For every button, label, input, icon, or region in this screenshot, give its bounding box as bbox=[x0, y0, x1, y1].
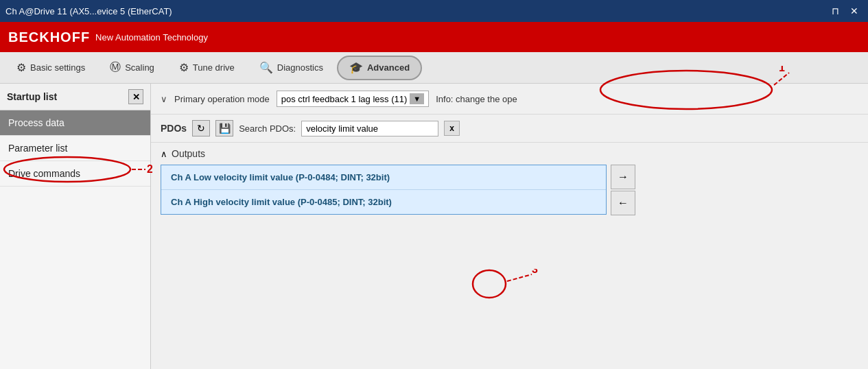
pdos-save-button[interactable]: 💾 bbox=[215, 120, 233, 136]
op-mode-row: ∨ Primary operation mode pos ctrl feedba… bbox=[151, 84, 868, 115]
tab-scaling[interactable]: Ⓜ Scaling bbox=[99, 56, 165, 80]
outputs-label: Outputs bbox=[172, 148, 205, 159]
sidebar-title: Startup list bbox=[7, 91, 57, 102]
pdos-row: PDOs ↻ 💾 Search PDOs: x bbox=[151, 115, 868, 143]
tab-basic-settings-label: Basic settings bbox=[30, 62, 85, 73]
op-mode-toggle[interactable]: ∨ bbox=[161, 94, 167, 104]
pdo-arrow-left-button[interactable]: ← bbox=[611, 191, 635, 215]
brand-logo: BECKHOFF bbox=[8, 29, 90, 45]
op-mode-select-value: pos ctrl feedback 1 lag less (11) bbox=[281, 94, 408, 104]
main-area: Startup list ✕ Process data Parameter li… bbox=[0, 84, 868, 369]
sidebar-item-drive-commands-label: Drive commands bbox=[8, 168, 80, 179]
sidebar-header: Startup list ✕ bbox=[0, 84, 150, 110]
advanced-icon: 🎓 bbox=[349, 61, 363, 74]
outputs-header: ∧ Outputs bbox=[161, 148, 858, 159]
pdo-item-1[interactable]: Ch A Low velocity limit value (P-0-0484;… bbox=[161, 165, 606, 190]
pdo-item-2-label: Ch A High velocity limit value (P-0-0485… bbox=[171, 197, 392, 207]
search-clear-button[interactable]: x bbox=[444, 121, 460, 136]
pin-button[interactable]: ⊓ bbox=[828, 4, 843, 18]
tab-tune-drive[interactable]: ⚙ Tune drive bbox=[168, 56, 246, 80]
outputs-toggle[interactable]: ∧ bbox=[161, 149, 167, 159]
tab-advanced-label: Advanced bbox=[367, 62, 410, 73]
tab-bar: ⚙ Basic settings Ⓜ Scaling ⚙ Tune drive … bbox=[0, 52, 868, 84]
title-bar-text: Ch A@Drive 11 (AX5...evice 5 (EtherCAT) bbox=[5, 6, 828, 16]
pdo-list: Ch A Low velocity limit value (P-0-0484;… bbox=[161, 165, 607, 215]
pdo-items-container: Ch A Low velocity limit value (P-0-0484;… bbox=[161, 165, 858, 215]
pdo-arrow-right-button[interactable]: → bbox=[611, 165, 635, 189]
sidebar-item-drive-commands[interactable]: Drive commands bbox=[0, 161, 150, 187]
tune-icon: ⚙ bbox=[179, 61, 189, 74]
sidebar: Startup list ✕ Process data Parameter li… bbox=[0, 84, 151, 369]
search-pdos-label: Search PDOs: bbox=[239, 123, 296, 134]
tab-diagnostics[interactable]: 🔍 Diagnostics bbox=[248, 56, 334, 80]
op-mode-info: Info: change the ope bbox=[436, 94, 517, 104]
tab-basic-settings[interactable]: ⚙ Basic settings bbox=[5, 56, 96, 80]
gear-icon: ⚙ bbox=[16, 61, 26, 74]
sidebar-item-parameter-list[interactable]: Parameter list bbox=[0, 136, 150, 161]
op-mode-dropdown-button[interactable]: ▼ bbox=[410, 93, 424, 104]
pdos-label: PDOs bbox=[161, 123, 187, 134]
pdos-refresh-button[interactable]: ↻ bbox=[192, 120, 210, 136]
search-pdos-input[interactable] bbox=[301, 121, 438, 136]
sidebar-item-process-data[interactable]: Process data bbox=[0, 110, 150, 136]
sidebar-item-process-data-label: Process data bbox=[8, 117, 64, 128]
tab-advanced[interactable]: 🎓 Advanced bbox=[337, 56, 422, 80]
title-bar: Ch A@Drive 11 (AX5...evice 5 (EtherCAT) … bbox=[0, 0, 868, 22]
scaling-icon: Ⓜ bbox=[110, 60, 121, 75]
tab-scaling-label: Scaling bbox=[125, 62, 154, 73]
pdo-item-1-label: Ch A Low velocity limit value (P-0-0484;… bbox=[171, 172, 390, 182]
close-window-button[interactable]: ✕ bbox=[846, 4, 863, 18]
refresh-icon: ↻ bbox=[197, 123, 205, 134]
brand-tagline: New Automation Technology bbox=[95, 32, 208, 43]
diagnostics-icon: 🔍 bbox=[259, 61, 273, 74]
content-panel: ∨ Primary operation mode pos ctrl feedba… bbox=[151, 84, 868, 369]
sidebar-item-parameter-list-label: Parameter list bbox=[8, 143, 67, 154]
arrow-right-icon: → bbox=[618, 171, 629, 183]
sidebar-close-button[interactable]: ✕ bbox=[128, 89, 143, 104]
brand-bar: BECKHOFF New Automation Technology bbox=[0, 22, 868, 52]
save-icon: 💾 bbox=[219, 123, 231, 134]
op-mode-label: Primary operation mode bbox=[174, 94, 270, 104]
op-mode-select[interactable]: pos ctrl feedback 1 lag less (11) ▼ bbox=[277, 91, 429, 107]
tab-tune-drive-label: Tune drive bbox=[193, 62, 235, 73]
outputs-section: ∧ Outputs Ch A Low velocity limit value … bbox=[151, 143, 868, 221]
arrow-left-icon: ← bbox=[618, 197, 629, 209]
pdo-item-2[interactable]: Ch A High velocity limit value (P-0-0485… bbox=[161, 190, 606, 214]
tab-diagnostics-label: Diagnostics bbox=[277, 62, 323, 73]
title-bar-controls: ⊓ ✕ bbox=[828, 4, 863, 18]
pdo-action-buttons: → ← bbox=[611, 165, 635, 215]
